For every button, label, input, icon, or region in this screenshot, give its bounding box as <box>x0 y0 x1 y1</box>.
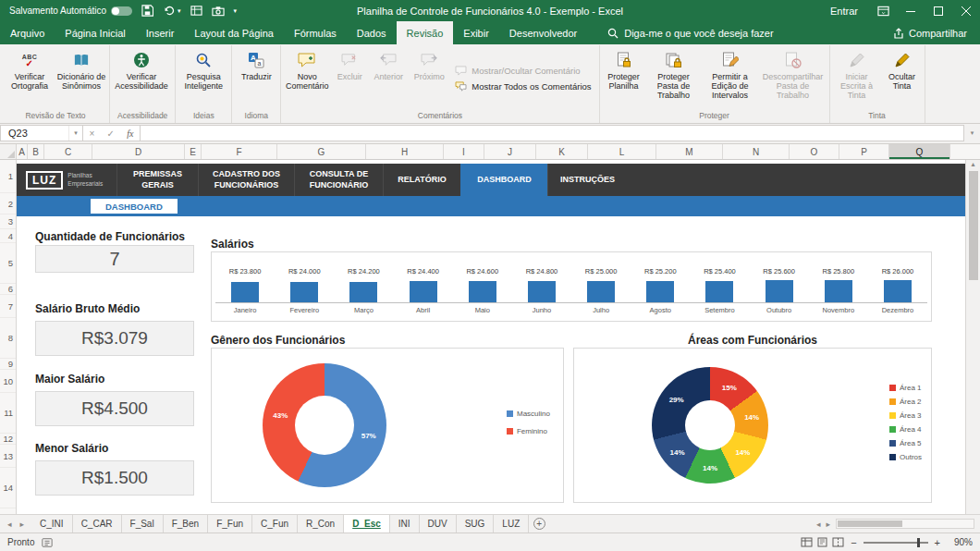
row-header[interactable]: 12 <box>0 434 16 445</box>
column-header[interactable]: J <box>484 144 536 159</box>
hscroll-left-icon[interactable]: ◂ <box>816 520 821 529</box>
smart-lookup-button[interactable]: Pesquisa Inteligente <box>178 46 229 110</box>
undo-button[interactable]: ▾ <box>163 5 181 17</box>
next-comment-button[interactable]: Próximo <box>409 46 449 110</box>
sheet-tab[interactable]: F_Fun <box>208 515 252 533</box>
maximize-button[interactable] <box>925 0 952 21</box>
zoom-in-icon[interactable]: + <box>935 537 940 548</box>
row-header[interactable]: 9 <box>0 359 16 370</box>
hscroll-right-icon[interactable]: ▸ <box>826 520 830 529</box>
column-header[interactable]: K <box>536 144 588 159</box>
show-all-comments-button[interactable]: Mostrar Todos os Comentários <box>455 81 591 92</box>
nav-premissas-gerais[interactable]: PREMISSAS GERAIS <box>116 164 198 196</box>
row-header[interactable]: 1 <box>0 160 16 193</box>
salaries-chart-box[interactable]: R$ 23.800JaneiroR$ 24.000FevereiroR$ 24.… <box>211 251 932 322</box>
column-header[interactable]: I <box>444 144 484 159</box>
column-header-selected[interactable]: Q <box>889 144 950 159</box>
table-tool-button[interactable] <box>190 5 202 17</box>
horizontal-scrollbar[interactable] <box>836 519 974 529</box>
column-header[interactable]: O <box>790 144 839 159</box>
spelling-button[interactable]: ABC✓ Verificar Ortografia <box>4 46 55 110</box>
close-button[interactable] <box>952 0 980 21</box>
salary-bar[interactable] <box>705 281 733 302</box>
delete-comment-button[interactable]: Excluir <box>331 46 368 110</box>
column-header[interactable]: P <box>839 144 889 159</box>
salary-bar[interactable] <box>825 280 852 302</box>
translate-button[interactable]: Aa Traduzir <box>234 46 278 110</box>
row-header[interactable]: 4 <box>0 229 16 243</box>
tab-layout-da-pagina[interactable]: Layout da Página <box>184 21 284 44</box>
formula-input[interactable] <box>141 125 964 141</box>
zoom-level[interactable]: 90% <box>947 537 973 547</box>
unshare-workbook-button[interactable]: Descompartilhar Pasta de Trabalho <box>759 46 827 110</box>
tab-revisao[interactable]: Revisão <box>397 21 454 44</box>
sheet-tab[interactable]: DUV <box>420 515 457 533</box>
horizontal-scrollbar-thumb[interactable] <box>838 520 902 527</box>
save-button[interactable] <box>141 5 153 17</box>
salary-bar[interactable] <box>231 282 259 302</box>
gender-chart-box[interactable]: 57%43% Masculino Feminino <box>211 348 564 503</box>
accessibility-status-icon[interactable] <box>42 537 53 548</box>
sign-in-button[interactable]: Entrar <box>830 6 858 17</box>
column-header[interactable]: F <box>202 144 277 159</box>
sheet-tab[interactable]: R_Con <box>298 515 344 533</box>
tab-dados[interactable]: Dados <box>347 21 397 44</box>
zoom-out-icon[interactable]: − <box>851 537 856 548</box>
camera-button[interactable] <box>212 6 225 17</box>
row-header[interactable]: 7 <box>0 295 16 318</box>
nav-instrucoes[interactable]: INSTRUÇÕES <box>547 164 627 196</box>
tab-formulas[interactable]: Fórmulas <box>284 21 347 44</box>
new-comment-button[interactable]: Novo Comentário <box>283 46 331 110</box>
tab-desenvolvedor[interactable]: Desenvolvedor <box>499 21 587 44</box>
allow-edit-ranges-button[interactable]: Permitir a Edição de Intervalos <box>702 46 759 110</box>
sheet-tab[interactable]: INI <box>390 515 420 533</box>
check-accessibility-button[interactable]: Verificar Acessibilidade <box>112 46 171 110</box>
sheet-tab[interactable]: F_Ben <box>164 515 208 533</box>
add-sheet-button[interactable]: + <box>529 515 549 533</box>
name-box[interactable]: Q23 ▾ <box>0 125 83 141</box>
salary-bar[interactable] <box>528 281 556 302</box>
salary-bar[interactable] <box>884 280 912 302</box>
previous-comment-button[interactable]: Anterior <box>368 46 409 110</box>
name-box-dropdown-icon[interactable]: ▾ <box>68 126 82 141</box>
row-header[interactable]: 13 <box>0 445 16 468</box>
row-header[interactable]: 6 <box>0 284 16 295</box>
row-header[interactable]: 8 <box>0 318 16 359</box>
column-header[interactable]: C <box>44 144 92 159</box>
autosave-toggle-switch[interactable] <box>111 6 132 16</box>
minimize-button[interactable] <box>897 0 925 21</box>
column-header[interactable]: D <box>92 144 185 159</box>
enter-icon[interactable]: ✓ <box>107 129 115 139</box>
row-header[interactable]: 5 <box>0 243 16 284</box>
customize-quick-access-icon[interactable]: ▾ <box>234 7 238 15</box>
autosave-toggle[interactable]: Salvamento Automático <box>9 6 132 16</box>
row-header[interactable]: 10 <box>0 370 16 393</box>
salary-bar[interactable] <box>587 281 615 302</box>
sheet-tab[interactable]: F_Sal <box>122 515 164 533</box>
scroll-up-icon[interactable]: ▴ <box>971 160 974 168</box>
select-all-corner[interactable] <box>0 144 17 159</box>
protect-sheet-button[interactable]: Proteger Planilha <box>602 46 646 110</box>
nav-consulta-funcionario[interactable]: CONSULTA DE FUNCIONÁRIO <box>294 164 383 196</box>
row-header[interactable]: 3 <box>0 214 16 229</box>
row-header[interactable]: 11 <box>0 393 16 434</box>
vertical-scrollbar-thumb[interactable] <box>969 171 978 280</box>
show-hide-comment-button[interactable]: Mostrar/Ocultar Comentário <box>455 66 591 76</box>
salary-bar[interactable] <box>646 281 674 302</box>
column-header[interactable]: H <box>366 144 444 159</box>
tab-pagina-inicial[interactable]: Página Inicial <box>55 21 135 44</box>
column-header[interactable]: N <box>723 144 790 159</box>
column-header[interactable]: L <box>588 144 656 159</box>
cancel-icon[interactable]: × <box>90 129 95 139</box>
nav-cadastro-funcionarios[interactable]: CADASTRO DOS FUNCIONÁRIOS <box>198 164 294 196</box>
salary-bar[interactable] <box>410 281 437 302</box>
column-header[interactable]: B <box>28 144 44 159</box>
page-layout-view-icon[interactable] <box>816 537 828 547</box>
nav-relatorio[interactable]: RELATÓRIO <box>383 164 460 196</box>
salary-bar[interactable] <box>349 282 377 302</box>
insert-function-icon[interactable]: fx <box>127 129 133 139</box>
sheet-tab[interactable]: C_INI <box>31 515 73 533</box>
sheet-tab[interactable]: LUZ <box>494 515 529 533</box>
tab-arquivo[interactable]: Arquivo <box>0 21 55 44</box>
salary-bar[interactable] <box>290 282 318 302</box>
